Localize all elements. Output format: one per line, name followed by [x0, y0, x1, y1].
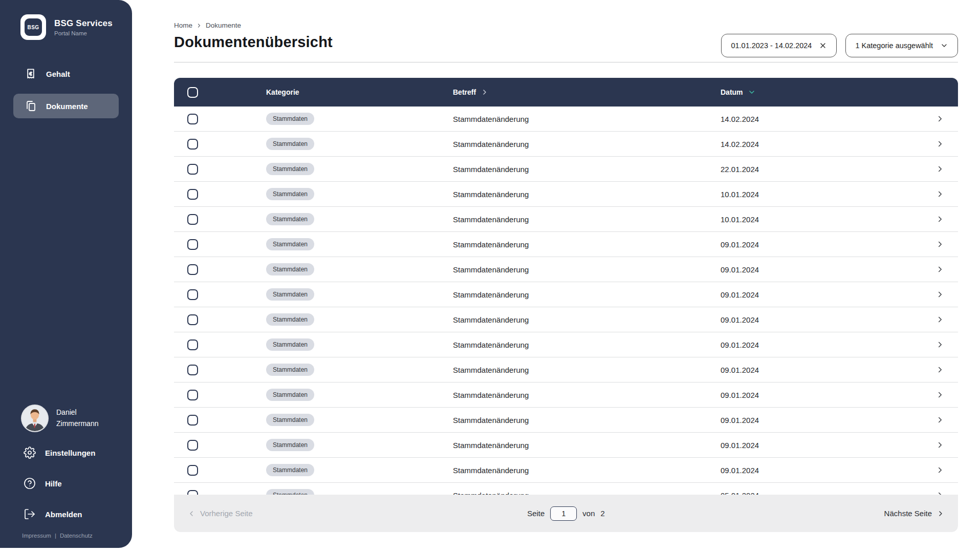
- sidebar-item-hilfe[interactable]: Hilfe: [0, 468, 132, 499]
- chevron-right-icon[interactable]: [935, 315, 945, 324]
- chevron-right-icon[interactable]: [935, 415, 945, 424]
- column-header-datum[interactable]: Datum: [721, 88, 927, 96]
- date-range-filter[interactable]: 01.01.2023 - 14.02.2024: [721, 34, 837, 57]
- header-divider: [174, 62, 958, 62]
- breadcrumb-home[interactable]: Home: [174, 22, 192, 29]
- chevron-right-icon[interactable]: [935, 139, 945, 148]
- table-body: Stammdaten Stammdatenänderung 14.02.2024…: [174, 107, 958, 508]
- row-datum: 10.01.2024: [721, 190, 927, 199]
- category-badge: Stammdaten: [266, 313, 314, 326]
- brand-logo-mark: BSG: [25, 18, 42, 36]
- chevron-right-icon[interactable]: [935, 114, 945, 123]
- gear-icon: [24, 447, 36, 459]
- row-checkbox[interactable]: [187, 440, 198, 451]
- row-checkbox[interactable]: [187, 289, 198, 300]
- column-header-kategorie[interactable]: Kategorie: [266, 88, 453, 96]
- table-row[interactable]: Stammdaten Stammdatenänderung 09.01.2024: [174, 383, 958, 408]
- row-betreff: Stammdatenänderung: [453, 391, 721, 399]
- row-checkbox[interactable]: [187, 239, 198, 250]
- column-header-betreff[interactable]: Betreff: [453, 88, 721, 96]
- row-checkbox[interactable]: [187, 465, 198, 476]
- chevron-down-icon: [940, 41, 948, 50]
- page-number-input[interactable]: [550, 506, 577, 521]
- select-all-checkbox[interactable]: [187, 87, 198, 98]
- row-checkbox[interactable]: [187, 390, 198, 400]
- row-datum: 09.01.2024: [721, 366, 927, 374]
- row-checkbox[interactable]: [187, 164, 198, 175]
- chevron-right-icon: [937, 509, 945, 518]
- row-betreff: Stammdatenänderung: [453, 190, 721, 199]
- category-badge: Stammdaten: [266, 389, 314, 401]
- table-row[interactable]: Stammdaten Stammdatenänderung 10.01.2024: [174, 182, 958, 207]
- close-icon[interactable]: [819, 41, 827, 50]
- category-filter[interactable]: 1 Kategorie ausgewählt: [845, 34, 958, 57]
- category-badge: Stammdaten: [266, 439, 314, 451]
- legal-links: Impressum|Datenschutz: [0, 529, 132, 548]
- chevron-right-icon[interactable]: [935, 440, 945, 450]
- row-checkbox[interactable]: [187, 139, 198, 150]
- previous-page-button[interactable]: Vorherige Seite: [187, 509, 253, 518]
- chevron-right-icon[interactable]: [935, 365, 945, 374]
- chevron-right-icon[interactable]: [935, 290, 945, 299]
- table-row[interactable]: Stammdaten Stammdatenänderung 09.01.2024: [174, 433, 958, 458]
- row-datum: 14.02.2024: [721, 140, 927, 148]
- page-label: Seite: [527, 509, 545, 518]
- table-row[interactable]: Stammdaten Stammdatenänderung 09.01.2024: [174, 458, 958, 483]
- sidebar-footer-nav: Einstellungen Hilfe Abmelden: [0, 437, 132, 529]
- table-row[interactable]: Stammdaten Stammdatenänderung 22.01.2024: [174, 157, 958, 182]
- table-header-row: Kategorie Betreff Datum: [174, 78, 958, 107]
- sort-chevron-down-icon[interactable]: [748, 88, 756, 96]
- row-checkbox[interactable]: [187, 114, 198, 124]
- sidebar-item-gehalt[interactable]: Gehalt: [0, 61, 132, 86]
- row-checkbox[interactable]: [187, 339, 198, 350]
- sidebar-item-label: Abmelden: [45, 510, 82, 519]
- row-datum: 09.01.2024: [721, 290, 927, 299]
- brand-name: BSG Services: [54, 18, 113, 29]
- sidebar-item-abmelden[interactable]: Abmelden: [0, 499, 132, 529]
- row-datum: 09.01.2024: [721, 391, 927, 399]
- table-row[interactable]: Stammdaten Stammdatenänderung 09.01.2024: [174, 357, 958, 383]
- row-checkbox[interactable]: [187, 264, 198, 275]
- chevron-right-icon[interactable]: [935, 265, 945, 274]
- next-page-button[interactable]: Nächste Seite: [884, 509, 945, 518]
- category-badge: Stammdaten: [266, 364, 314, 376]
- table-row[interactable]: Stammdaten Stammdatenänderung 09.01.2024: [174, 257, 958, 282]
- table-row[interactable]: Stammdaten Stammdatenänderung 09.01.2024: [174, 282, 958, 307]
- chevron-right-icon[interactable]: [935, 240, 945, 249]
- category-badge: Stammdaten: [266, 338, 314, 351]
- table-row[interactable]: Stammdaten Stammdatenänderung 09.01.2024: [174, 408, 958, 433]
- row-checkbox[interactable]: [187, 314, 198, 325]
- row-checkbox[interactable]: [187, 415, 198, 426]
- table-row[interactable]: Stammdaten Stammdatenänderung 09.01.2024: [174, 232, 958, 257]
- table-row[interactable]: Stammdaten Stammdatenänderung 14.02.2024: [174, 107, 958, 132]
- chevron-right-icon[interactable]: [935, 390, 945, 399]
- row-checkbox[interactable]: [187, 365, 198, 375]
- impressum-link[interactable]: Impressum: [22, 533, 51, 539]
- main-area: Home Dokumente Dokumentenübersicht 01.01…: [132, 0, 980, 552]
- sidebar-item-dokumente[interactable]: Dokumente: [13, 94, 119, 118]
- breadcrumb-dokumente[interactable]: Dokumente: [206, 22, 241, 29]
- category-badge: Stammdaten: [266, 138, 314, 150]
- table-row[interactable]: Stammdaten Stammdatenänderung 09.01.2024: [174, 307, 958, 332]
- chevron-right-icon[interactable]: [935, 189, 945, 199]
- row-checkbox[interactable]: [187, 189, 198, 200]
- row-checkbox[interactable]: [187, 214, 198, 225]
- chevron-right-icon[interactable]: [935, 465, 945, 475]
- category-badge: Stammdaten: [266, 188, 314, 200]
- sidebar-item-einstellungen[interactable]: Einstellungen: [0, 437, 132, 468]
- sort-chevron-right-icon[interactable]: [481, 88, 489, 96]
- table-row[interactable]: Stammdaten Stammdatenänderung 10.01.2024: [174, 207, 958, 232]
- row-betreff: Stammdatenänderung: [453, 366, 721, 374]
- user-profile[interactable]: Daniel Zimmermann: [0, 406, 132, 431]
- datenschutz-link[interactable]: Datenschutz: [60, 533, 93, 539]
- sidebar-item-label: Gehalt: [46, 70, 70, 78]
- row-datum: 09.01.2024: [721, 466, 927, 475]
- page-control: Seite von 2: [527, 506, 605, 521]
- table-row[interactable]: Stammdaten Stammdatenänderung 09.01.2024: [174, 332, 958, 357]
- category-badge: Stammdaten: [266, 288, 314, 301]
- row-datum: 09.01.2024: [721, 240, 927, 249]
- chevron-right-icon[interactable]: [935, 215, 945, 224]
- chevron-right-icon[interactable]: [935, 164, 945, 174]
- table-row[interactable]: Stammdaten Stammdatenänderung 14.02.2024: [174, 132, 958, 157]
- chevron-right-icon[interactable]: [935, 340, 945, 349]
